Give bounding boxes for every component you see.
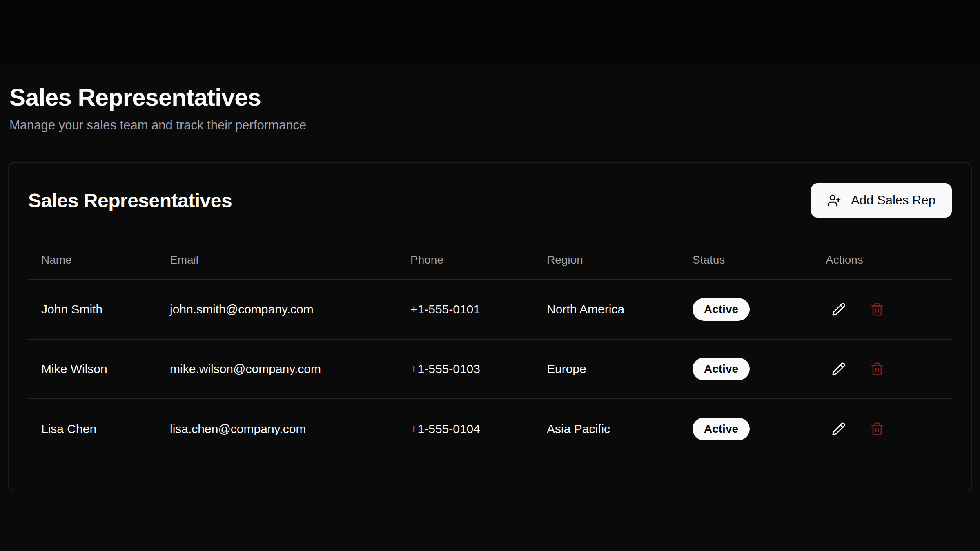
page-subtitle: Manage your sales team and track their p… [9,118,972,133]
status-badge: Active [693,298,750,321]
pencil-icon [832,302,846,316]
row-actions [829,419,939,439]
column-header-phone: Phone [397,240,534,280]
column-header-actions: Actions [813,240,952,280]
sales-reps-table: Name Email Phone Region Status Actions J… [28,240,952,458]
rep-name: Lisa Chen [28,399,157,458]
delete-button[interactable] [867,419,887,439]
row-actions [829,300,939,319]
table-row: John Smith john.smith@company.com +1-555… [28,280,952,339]
page-title: Sales Representatives [9,83,972,111]
trash-icon [870,422,884,436]
edit-button[interactable] [829,359,849,379]
rep-name: John Smith [28,280,157,339]
trash-icon [870,302,884,316]
pencil-icon [832,422,846,436]
column-header-region: Region [534,240,679,280]
card-header: Sales Representatives Add Sales Rep [28,182,952,218]
column-header-status: Status [679,240,813,280]
delete-button[interactable] [867,359,887,379]
table-row: Lisa Chen lisa.chen@company.com +1-555-0… [28,399,952,458]
rep-phone: +1-555-0101 [397,280,534,339]
rep-region: Europe [534,339,679,399]
edit-button[interactable] [829,419,849,439]
column-header-email: Email [157,240,397,280]
rep-region: North America [534,280,679,339]
rep-email: john.smith@company.com [157,280,397,339]
sales-reps-card: Sales Representatives Add Sales Rep [8,162,972,491]
pencil-icon [832,362,846,376]
rep-email: lisa.chen@company.com [157,399,397,458]
rep-name: Mike Wilson [28,339,157,399]
rep-phone: +1-555-0104 [397,399,534,458]
edit-button[interactable] [829,300,849,319]
add-sales-rep-button-label: Add Sales Rep [851,193,935,208]
top-bar [0,0,980,63]
status-badge: Active [693,358,750,380]
status-badge: Active [693,418,750,440]
table-row: Mike Wilson mike.wilson@company.com +1-5… [28,339,952,399]
rep-email: mike.wilson@company.com [157,339,397,399]
main-content: Sales Representatives Manage your sales … [0,63,980,491]
card-title: Sales Representatives [28,189,232,212]
add-sales-rep-button[interactable]: Add Sales Rep [811,183,952,218]
row-actions [829,359,939,379]
delete-button[interactable] [867,300,887,319]
trash-icon [870,362,884,376]
rep-region: Asia Pacific [534,399,679,458]
column-header-name: Name [28,240,157,280]
table-header-row: Name Email Phone Region Status Actions [28,240,952,280]
user-plus-icon [827,193,841,207]
rep-phone: +1-555-0103 [397,339,534,399]
